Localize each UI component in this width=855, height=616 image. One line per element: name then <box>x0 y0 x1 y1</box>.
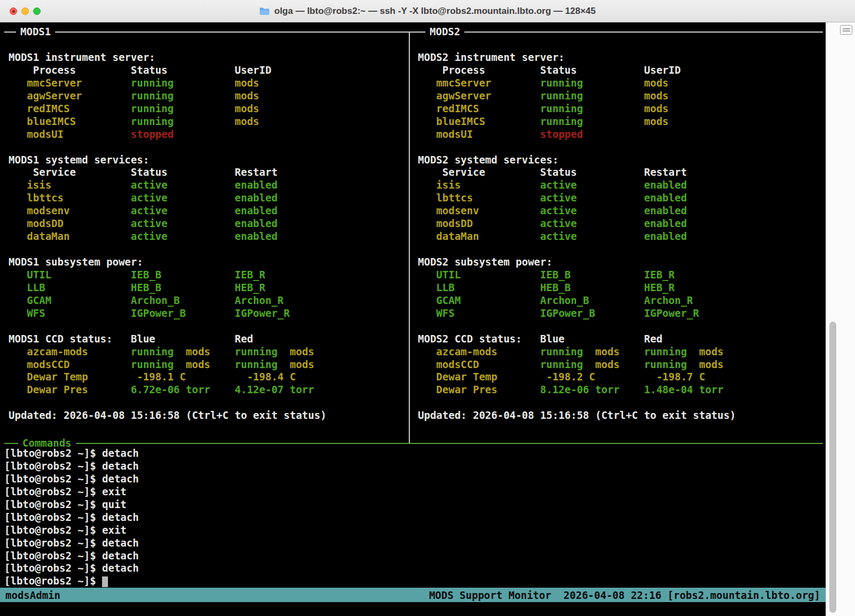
tmux-status-bar: modsAdmin MODS Support Monitor 2026-04-0… <box>0 588 826 602</box>
terminal-line: [lbto@robs2 ~]$ detach <box>4 550 822 563</box>
folder-icon <box>259 7 270 15</box>
terminal-line: [lbto@robs2 ~]$ detach <box>4 562 822 575</box>
terminal-line: [lbto@robs2 ~]$ detach <box>4 473 822 486</box>
terminal-line: Dewar Temp -198.2 C -198.7 C <box>418 371 823 384</box>
pane-layout-icon[interactable] <box>840 25 852 35</box>
terminal-line: modsenv active enabled <box>9 205 406 217</box>
terminal-line: Updated: 2026-04-08 15:16:58 (Ctrl+C to … <box>418 409 823 422</box>
terminal-line <box>9 396 406 409</box>
terminal-line: modsUI stopped <box>418 128 823 141</box>
terminal-line: mmcServer running mods <box>9 77 406 90</box>
terminal-line: LLB HEB_B HEB_R <box>9 282 406 294</box>
terminal-line: isis active enabled <box>418 179 823 192</box>
terminal-line: Dewar Pres 6.72e-06 torr 4.12e-07 torr <box>9 384 406 396</box>
terminal-line: modsCCD running mods running mods <box>9 358 406 371</box>
terminal-line: redIMCS running mods <box>418 103 823 115</box>
terminal-line: UTIL IEB_B IEB_R <box>418 269 823 282</box>
terminal-line: dataMan active enabled <box>418 230 823 243</box>
terminal-line: azcam-mods running mods running mods <box>9 346 406 358</box>
terminal-line: MODS1 CCD status: Blue Red <box>9 333 406 346</box>
terminal-line: WFS IGPower_B IGPower_R <box>418 307 823 320</box>
commands-pane-border <box>4 443 823 444</box>
terminal-line: mmcServer running mods <box>418 77 823 90</box>
mods1-pane[interactable]: MODS1 instrument server: Process Status … <box>9 51 406 422</box>
terminal-line: modsUI stopped <box>9 128 406 141</box>
terminal-line: [lbto@robs2 ~]$ detach <box>4 460 822 473</box>
terminal-line: isis active enabled <box>9 179 406 192</box>
terminal-line: Process Status UserID <box>9 64 406 77</box>
terminal-line: Process Status UserID <box>418 64 823 77</box>
terminal-line <box>418 243 823 256</box>
status-right: MODS Support Monitor 2026-04-08 22:16 [r… <box>429 589 820 601</box>
terminal-content: MODS1 MODS2 Commands MODS1 instrument se… <box>0 22 855 616</box>
window-title-text: olga — lbto@robs2:~ — ssh -Y -X lbto@rob… <box>274 6 595 17</box>
terminal-line: GCAM Archon_B Archon_R <box>9 294 406 307</box>
terminal-line: Dewar Pres 8.12e-06 torr 1.48e-04 torr <box>418 384 823 396</box>
terminal-line: [lbto@robs2 ~]$ detach <box>4 511 822 524</box>
minimize-button[interactable] <box>21 7 29 15</box>
terminal-line: MODS2 CCD status: Blue Red <box>418 333 823 346</box>
terminal-line: LLB HEB_B HEB_R <box>418 282 823 294</box>
terminal-line: modsenv active enabled <box>418 205 823 217</box>
terminal-line: WFS IGPower_B IGPower_R <box>9 307 406 320</box>
terminal-line: [lbto@robs2 ~]$ exit <box>4 524 822 537</box>
pane-label-mods1: MODS1 <box>16 25 55 38</box>
terminal-line: agwServer running mods <box>418 90 823 103</box>
commands-pane[interactable]: [lbto@robs2 ~]$ detach[lbto@robs2 ~]$ de… <box>4 447 822 588</box>
session-name: modsAdmin <box>5 589 60 601</box>
terminal-line: modsCCD running mods running mods <box>418 358 823 371</box>
terminal-line: UTIL IEB_B IEB_R <box>9 269 406 282</box>
terminal-line: Dewar Temp -198.1 C -198.4 C <box>9 371 406 384</box>
terminal-line <box>418 141 823 154</box>
panes-top-border <box>4 32 823 33</box>
terminal-line: [lbto@robs2 ~]$ <box>4 575 822 588</box>
terminal-line <box>418 396 823 409</box>
terminal-line: azcam-mods running mods running mods <box>418 346 823 358</box>
scrollbar-thumb[interactable] <box>829 322 836 613</box>
terminal-line: [lbto@robs2 ~]$ detach <box>4 447 822 460</box>
terminal-line: MODS2 instrument server: <box>418 51 823 64</box>
terminal-line: blueIMCS running mods <box>9 115 406 128</box>
terminal-line: dataMan active enabled <box>9 230 406 243</box>
terminal-line: lbttcs active enabled <box>9 192 406 205</box>
terminal-line <box>9 243 406 256</box>
terminal-line: MODS1 instrument server: <box>9 51 406 64</box>
terminal-cursor <box>102 576 108 587</box>
close-button[interactable] <box>10 7 17 15</box>
terminal-line: modsDD active enabled <box>418 217 823 230</box>
terminal-line: MODS1 subsystem power: <box>9 256 406 269</box>
mods2-pane[interactable]: MODS2 instrument server: Process Status … <box>418 51 823 422</box>
terminal-line: Service Status Restart <box>418 166 823 179</box>
pane-label-mods2: MODS2 <box>425 25 464 38</box>
terminal-line <box>418 320 823 333</box>
terminal-line <box>9 320 406 333</box>
window-title: olga — lbto@robs2:~ — ssh -Y -X lbto@rob… <box>0 6 855 17</box>
terminal-window: olga — lbto@robs2:~ — ssh -Y -X lbto@rob… <box>0 0 855 616</box>
terminal-line: GCAM Archon_B Archon_R <box>418 294 823 307</box>
terminal-line: [lbto@robs2 ~]$ detach <box>4 537 822 550</box>
terminal-line <box>9 141 406 154</box>
terminal-line: MODS2 systemd services: <box>418 154 823 167</box>
scrollbar-track[interactable] <box>826 22 855 616</box>
terminal-line: redIMCS running mods <box>9 103 406 115</box>
window-controls <box>10 0 41 22</box>
terminal-line: agwServer running mods <box>9 90 406 103</box>
terminal-line: Service Status Restart <box>9 166 406 179</box>
terminal-line: modsDD active enabled <box>9 217 406 230</box>
terminal-line: MODS1 systemd services: <box>9 154 406 167</box>
pane-divider[interactable] <box>409 32 410 443</box>
terminal-line: lbttcs active enabled <box>418 192 823 205</box>
terminal-line: [lbto@robs2 ~]$ exit <box>4 486 822 498</box>
titlebar[interactable]: olga — lbto@robs2:~ — ssh -Y -X lbto@rob… <box>0 0 855 22</box>
terminal-line: blueIMCS running mods <box>418 115 823 128</box>
terminal-line: Updated: 2026-04-08 15:16:58 (Ctrl+C to … <box>9 409 406 422</box>
terminal-line: MODS2 subsystem power: <box>418 256 823 269</box>
terminal-line: [lbto@robs2 ~]$ quit <box>4 498 822 511</box>
zoom-button[interactable] <box>33 7 41 15</box>
